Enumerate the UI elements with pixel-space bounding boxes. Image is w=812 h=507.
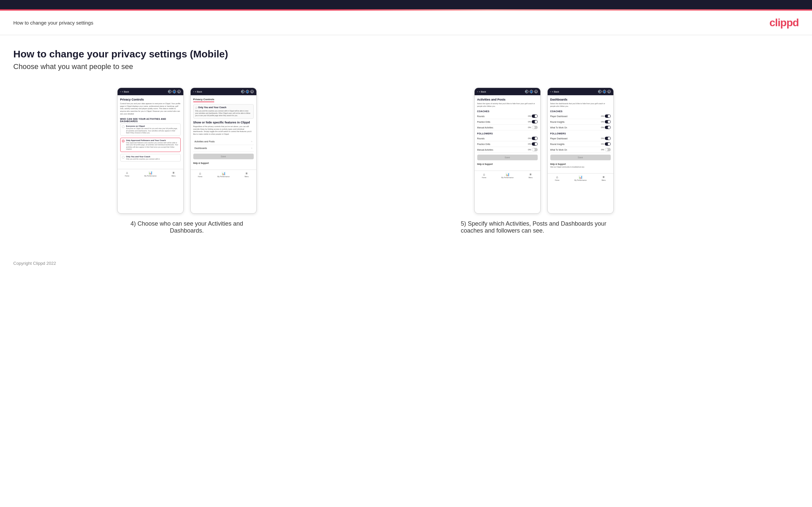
settings-icon-4[interactable]: ⚙: [607, 90, 611, 93]
nav-menu-label-2: Menu: [244, 175, 249, 177]
manual-followers-toggle[interactable]: [532, 148, 538, 151]
save-button-3[interactable]: Save: [477, 155, 538, 160]
roundinsights-followers-toggle[interactable]: [605, 143, 611, 146]
home-icon: ⌂: [126, 171, 128, 174]
roundinsights-coaches-toggle[interactable]: [605, 120, 611, 123]
person-icon-3[interactable]: 👤: [530, 90, 533, 93]
caption-1: 4) Choose who can see your Activities an…: [124, 220, 250, 234]
nav-performance[interactable]: 📊 My Performance: [145, 171, 157, 177]
rounds-coaches-toggle[interactable]: [532, 114, 538, 118]
activities-posts-text: Select the types of activity that you'd …: [477, 103, 538, 108]
person-icon-4[interactable]: 👤: [603, 90, 606, 93]
workOn-followers-toggle-wrap: ON: [601, 148, 611, 151]
privacy-controls-text: Control how you and your data appears to…: [120, 103, 181, 115]
manual-followers-label: Manual Activities: [477, 149, 493, 151]
phone-3-content: Activities and Posts Select the types of…: [474, 95, 540, 168]
toggle-drills-followers: Practice Drills ON: [477, 142, 538, 147]
manual-coaches-label: Manual Activities: [477, 126, 493, 129]
home-icon-3: ⌂: [483, 173, 485, 176]
playerdash-coaches-toggle[interactable]: [605, 114, 611, 118]
nav-menu-2[interactable]: ≡ Menu: [244, 172, 249, 177]
back-chevron-icon-3: ‹: [477, 91, 478, 93]
phone-1-content: Privacy Controls Control how you and you…: [117, 95, 183, 166]
drills-coaches-toggle[interactable]: [532, 120, 538, 123]
manual-coaches-toggle[interactable]: [532, 126, 538, 129]
toggle-rounds-coaches: Rounds ON: [477, 113, 538, 119]
popup-text: Only you and the coaches you connect wit…: [195, 110, 252, 117]
phone-4-back[interactable]: ‹ < Back: [550, 91, 559, 93]
drills-followers-label: Practice Drills: [477, 143, 491, 145]
help-support-section-4: Help & Support Visit our Clippd communit…: [550, 163, 611, 168]
nav-menu-3[interactable]: ≡ Menu: [528, 173, 533, 178]
rounds-followers-label: Rounds: [477, 137, 485, 140]
person-icon[interactable]: 👤: [173, 90, 176, 93]
back-chevron-icon: ‹: [120, 91, 121, 93]
workOn-coaches-toggle[interactable]: [605, 126, 611, 129]
top-bar: [0, 0, 812, 11]
playerdash-followers-label: Player Dashboard: [550, 137, 568, 140]
save-button-4[interactable]: Save: [550, 155, 611, 160]
chart-icon-4: 📊: [578, 175, 582, 179]
nav-home-4[interactable]: ⌂ Home: [555, 175, 559, 181]
workOn-followers-toggle[interactable]: [605, 148, 611, 151]
menu-dashboards[interactable]: Dashboards ›: [193, 145, 254, 152]
nav-home-2[interactable]: ⌂ Home: [198, 172, 202, 177]
phone-4: ‹ < Back 🔍 👤 ⚙ Dashboards Select the das…: [547, 88, 614, 214]
rounds-followers-toggle-wrap: ON: [528, 137, 538, 140]
menu-activities-posts[interactable]: Activities and Posts ›: [193, 138, 254, 145]
phone-2-back[interactable]: ‹ < Back: [193, 91, 202, 93]
nav-performance-3[interactable]: 📊 My Performance: [502, 173, 514, 178]
footer: Copyright Clippd 2022: [0, 254, 812, 272]
nav-performance-label-2: My Performance: [217, 175, 230, 177]
search-icon-4[interactable]: 🔍: [598, 90, 601, 93]
search-icon[interactable]: 🔍: [168, 90, 171, 93]
search-icon-2[interactable]: 🔍: [241, 90, 244, 93]
nav-performance-label-3: My Performance: [502, 176, 514, 178]
settings-icon-3[interactable]: ⚙: [535, 90, 538, 93]
nav-home-label-3: Home: [482, 176, 486, 178]
mockup-group-2: ‹ < Back 🔍 👤 ⚙ Activities and Posts Sele…: [370, 88, 717, 234]
roundinsights-coaches-label: Round Insights: [550, 121, 565, 123]
save-button-2[interactable]: Save: [193, 154, 254, 159]
show-hide-title: Show or hide specific features in Clippd: [193, 121, 254, 124]
activities-posts-label: Activities and Posts: [195, 140, 215, 143]
nav-performance-2[interactable]: 📊 My Performance: [217, 172, 230, 177]
playerdash-followers-toggle[interactable]: [605, 137, 611, 140]
phone-3-back[interactable]: ‹ < Back: [477, 91, 486, 93]
nav-menu-4[interactable]: ≡ Menu: [601, 175, 606, 181]
radio-youcoach-label: Only You and Your Coach: [126, 156, 160, 158]
playerdash-coaches-toggle-wrap: ON: [601, 114, 611, 118]
radio-youcoach-dot: [122, 156, 124, 159]
popup-radio-dot: [195, 107, 197, 109]
search-icon-3[interactable]: 🔍: [525, 90, 528, 93]
settings-icon-2[interactable]: ⚙: [250, 90, 254, 93]
drills-followers-toggle[interactable]: [532, 143, 538, 146]
settings-icon[interactable]: ⚙: [177, 90, 181, 93]
playerdash-coaches-label: Player Dashboard: [550, 115, 568, 117]
radio-everyone-label: Everyone on Clippd: [126, 125, 179, 127]
help-support-label-3: Help & Support: [477, 163, 538, 165]
activities-posts-title: Activities and Posts: [477, 98, 538, 101]
person-icon-2[interactable]: 👤: [246, 90, 249, 93]
phone-2-icons: 🔍 👤 ⚙: [241, 90, 254, 93]
radio-option-youcoach[interactable]: Only You and Your Coach Only you and the…: [120, 154, 181, 162]
caption-5: 5) Specify which Activities, Posts and D…: [461, 220, 627, 234]
nav-home[interactable]: ⌂ Home: [125, 171, 129, 177]
phone-2-bottom-nav: ⌂ Home 📊 My Performance ≡ Menu: [191, 170, 256, 179]
radio-approved-text: Only Approved Followers and Your Coach O…: [126, 139, 179, 150]
page-title: How to change your privacy settings (Mob…: [13, 48, 717, 60]
drills-coaches-label: Practice Drills: [477, 121, 491, 123]
phone-1: ‹ < Back 🔍 👤 ⚙ Privacy Controls Control …: [117, 88, 184, 214]
coaches-label-3: COACHES: [477, 110, 538, 112]
rounds-followers-toggle[interactable]: [532, 137, 538, 140]
phone-1-back[interactable]: ‹ < Back: [120, 91, 129, 93]
radio-option-approved[interactable]: Only Approved Followers and Your Coach O…: [120, 138, 181, 152]
toggle-playerdash-followers: Player Dashboard ON: [550, 136, 611, 142]
nav-performance-4[interactable]: 📊 My Performance: [574, 175, 587, 181]
nav-home-3[interactable]: ⌂ Home: [482, 173, 486, 178]
nav-menu[interactable]: ≡ Menu: [171, 171, 176, 177]
chart-icon-2: 📊: [221, 172, 225, 175]
radio-option-everyone[interactable]: Everyone on Clippd Everyone on Clippd ca…: [120, 123, 181, 136]
privacy-tab[interactable]: Privacy Controls: [193, 98, 214, 102]
help-support-text-4: Visit our Clippd community to troublesho…: [550, 166, 611, 168]
